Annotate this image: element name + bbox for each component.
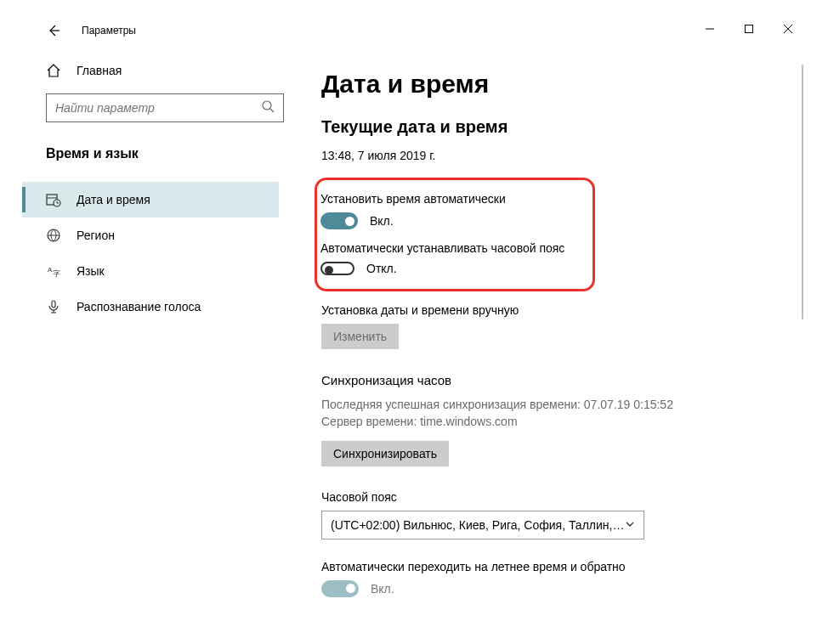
manual-datetime-label: Установка даты и времени вручную (321, 303, 791, 317)
search-box[interactable] (46, 93, 284, 122)
sidebar-item-region[interactable]: Регион (22, 217, 279, 253)
search-input[interactable] (55, 101, 261, 115)
globe-icon (46, 228, 61, 243)
timezone-select[interactable]: (UTC+02:00) Вильнюс, Киев, Рига, София, … (321, 511, 644, 539)
microphone-icon (46, 299, 61, 314)
fade-overlay (296, 612, 808, 627)
search-icon (261, 99, 275, 116)
sidebar-item-label: Регион (77, 229, 115, 242)
auto-time-label: Установить время автоматически (320, 192, 581, 206)
home-link[interactable]: Главная (46, 63, 279, 78)
sidebar-item-label: Язык (77, 264, 105, 278)
auto-time-state: Вкл. (370, 214, 394, 228)
svg-rect-0 (746, 25, 753, 33)
back-button[interactable] (46, 23, 61, 38)
sidebar-item-language[interactable]: A字 Язык (22, 253, 279, 289)
svg-rect-7 (52, 301, 55, 308)
sync-now-button[interactable]: Синхронизировать (321, 441, 449, 466)
maximize-button[interactable] (729, 15, 768, 42)
calendar-clock-icon (46, 192, 61, 207)
window-title: Параметры (82, 25, 136, 37)
timezone-label: Часовой пояс (321, 490, 791, 504)
auto-time-toggle[interactable] (320, 212, 358, 229)
svg-text:字: 字 (53, 269, 60, 278)
sync-server: Сервер времени: time.windows.com (321, 413, 791, 430)
sidebar-item-speech[interactable]: Распознавание голоса (22, 289, 279, 325)
highlight-annotation: Установить время автоматически Вкл. Авто… (315, 178, 595, 291)
chevron-down-icon (625, 518, 635, 532)
dst-label: Автоматически переходить на летнее время… (321, 560, 791, 573)
sidebar-section-title: Время и язык (46, 146, 279, 161)
auto-timezone-toggle[interactable] (320, 262, 354, 275)
svg-point-1 (263, 101, 271, 110)
minimize-button[interactable] (690, 15, 729, 42)
change-datetime-button[interactable]: Изменить (321, 324, 399, 349)
dst-state: Вкл. (371, 582, 394, 596)
scrollbar-thumb[interactable] (802, 65, 803, 319)
sidebar-item-date-time[interactable]: Дата и время (22, 182, 279, 217)
sidebar-item-label: Распознавание голоса (77, 300, 201, 314)
home-label: Главная (77, 64, 122, 77)
dst-toggle[interactable] (321, 580, 359, 597)
current-datetime-value: 13:48, 7 июля 2019 г. (321, 149, 791, 162)
close-button[interactable] (768, 15, 808, 42)
scrollbar[interactable] (799, 65, 806, 620)
sync-heading: Синхронизация часов (321, 373, 791, 387)
page-title: Дата и время (321, 70, 791, 99)
auto-timezone-label: Автоматически устанавливать часовой пояс (320, 241, 581, 255)
sync-last-success: Последняя успешная синхронизация времени… (321, 396, 791, 413)
auto-timezone-state: Откл. (366, 262, 397, 275)
sidebar-item-label: Дата и время (77, 193, 150, 206)
timezone-value: (UTC+02:00) Вильнюс, Киев, Рига, София, … (331, 518, 625, 532)
home-icon (46, 63, 61, 78)
current-datetime-heading: Текущие дата и время (321, 117, 791, 137)
language-icon: A字 (46, 263, 61, 279)
